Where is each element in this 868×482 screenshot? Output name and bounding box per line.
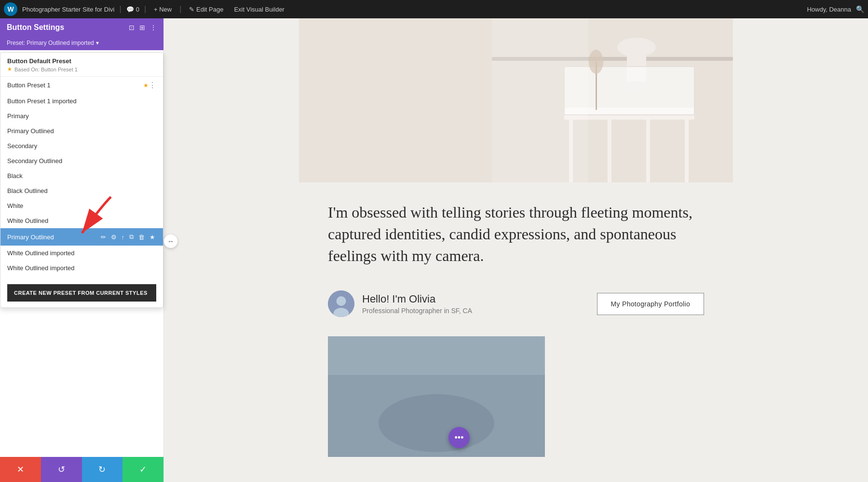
toolbar-buttons: ✕ ↺ ↻ ✓ [0, 457, 163, 482]
preset-default-section: Button Default Preset ★ Based On: Button… [0, 53, 163, 77]
delete-icon[interactable]: 🗑 [137, 233, 146, 242]
author-info: Hello! I'm Olivia Professional Photograp… [328, 290, 472, 317]
float-button[interactable]: ••• [448, 427, 470, 448]
avatar [328, 290, 354, 317]
bottom-toolbar: ✕ ↺ ↻ ✓ [0, 457, 163, 482]
list-item[interactable]: Secondary [0, 138, 163, 153]
preset-list: Button Preset 1 ★ ⋮ Button Preset 1 impo… [0, 77, 163, 279]
save-button[interactable]: ✓ [122, 457, 163, 482]
quote-text: I'm obsessed with telling stories throug… [328, 202, 704, 266]
preset-item-name: Secondary [7, 142, 156, 150]
preset-item-actions: ✏ ⚙ ↑ ⧉ 🗑 ★ [100, 232, 157, 242]
chevron-down-icon: ▾ [96, 40, 99, 46]
sep1: | [119, 5, 121, 14]
undo-button[interactable]: ↺ [41, 457, 82, 482]
grid-icon[interactable]: ⊞ [139, 24, 145, 31]
hero-image [299, 18, 733, 182]
more-icon: ••• [455, 433, 464, 443]
preset-label[interactable]: Preset: Primary Outlined imported ▾ [0, 37, 163, 50]
resize-icon: ↔ [167, 237, 174, 245]
preset-based-on: Based On: Button Preset 1 [14, 67, 78, 72]
star-icon: ★ [143, 82, 149, 89]
author-name: Hello! I'm Olivia [362, 293, 472, 305]
sep2: | [144, 5, 146, 14]
sidebar-header: Button Settings ⊡ ⊞ ⋮ [0, 18, 163, 37]
author-title: Professional Photographer in SF, CA [362, 307, 472, 315]
preset-item-name: White Outlined imported [7, 264, 156, 272]
page-content: I'm obsessed with telling stories throug… [164, 18, 868, 457]
preset-label-text: Preset: Primary Outlined imported [7, 40, 94, 46]
svg-rect-7 [608, 115, 611, 182]
duplicate-icon[interactable]: ⧉ [128, 232, 135, 242]
bottom-image [328, 336, 545, 457]
preset-item-name: White Outlined [7, 217, 156, 224]
settings-icon[interactable]: ⚙ [110, 233, 118, 242]
sidebar-title: Button Settings [7, 23, 64, 32]
preset-item-name: Primary Outlined [7, 234, 100, 241]
redo-button[interactable]: ↻ [82, 457, 123, 482]
comments-link[interactable]: 💬 0 [126, 6, 139, 13]
drag-handle[interactable]: ↔ [164, 234, 177, 248]
svg-rect-14 [492, 18, 588, 182]
create-preset-button[interactable]: CREATE NEW PRESET FROM CURRENT STYLES [7, 284, 156, 302]
sidebar: Button Settings ⊡ ⊞ ⋮ Preset: Primary Ou… [0, 18, 164, 482]
svg-rect-9 [685, 115, 689, 182]
list-item[interactable]: Black Outlined [0, 183, 163, 198]
sidebar-header-icons: ⊡ ⊞ ⋮ [129, 24, 157, 31]
preset-item-name: White [7, 202, 156, 209]
sep3: | [179, 5, 181, 14]
list-item[interactable]: Button Preset 1 ★ ⋮ [0, 77, 163, 94]
author-section: Hello! I'm Olivia Professional Photograp… [299, 281, 733, 336]
top-bar: W Photographer Starter Site for Divi | 💬… [0, 0, 868, 18]
top-bar-left: W Photographer Starter Site for Divi | 💬… [4, 2, 801, 16]
list-item[interactable]: White [0, 198, 163, 213]
list-item[interactable]: White Outlined [0, 213, 163, 228]
svg-point-20 [379, 394, 494, 452]
wp-logo: W [4, 2, 17, 16]
edit-page-button[interactable]: ✎ Edit Page [186, 4, 226, 15]
preset-item-name: Secondary Outlined [7, 157, 156, 165]
edit-icon[interactable]: ✏ [100, 233, 107, 242]
preset-item-name: Primary [7, 112, 156, 120]
preset-item-name: Button Preset 1 [7, 82, 143, 89]
list-item[interactable]: Primary Outlined imported [0, 275, 163, 279]
search-icon[interactable]: 🔍 [856, 5, 864, 13]
content-area: I'm obsessed with telling stories throug… [164, 18, 868, 482]
exit-builder-button[interactable]: Exit Visual Builder [231, 4, 287, 15]
preset-dropdown: Button Default Preset ★ Based On: Button… [0, 52, 163, 308]
main-area: Button Settings ⊡ ⊞ ⋮ Preset: Primary Ou… [0, 18, 868, 482]
list-item-active[interactable]: Primary Outlined ✏ ⚙ ↑ ⧉ 🗑 ★ [0, 228, 163, 246]
author-details: Hello! I'm Olivia Professional Photograp… [362, 293, 472, 315]
star-icon[interactable]: ★ [149, 233, 156, 242]
comment-icon: 💬 [126, 6, 134, 13]
portfolio-button[interactable]: My Photography Portfolio [597, 293, 704, 315]
comment-count: 0 [136, 6, 139, 13]
more-options-icon[interactable]: ⋮ [149, 81, 156, 90]
export-icon[interactable]: ↑ [121, 233, 126, 242]
new-button[interactable]: + New [151, 4, 175, 15]
bottom-image-section [299, 336, 733, 457]
list-item[interactable]: Primary Outlined [0, 124, 163, 138]
svg-point-13 [589, 50, 603, 74]
preset-item-name: Black [7, 172, 156, 179]
close-button[interactable]: ✕ [0, 457, 41, 482]
svg-point-16 [337, 296, 346, 306]
list-item[interactable]: White Outlined imported [0, 246, 163, 261]
preset-item-name: Button Preset 1 imported [7, 97, 156, 105]
preset-item-name: Primary Outlined [7, 127, 156, 135]
list-item[interactable]: Primary [0, 109, 163, 124]
preset-default-title: Button Default Preset [7, 57, 156, 65]
list-item[interactable]: Button Preset 1 imported [0, 94, 163, 109]
window-icon[interactable]: ⊡ [129, 24, 135, 31]
site-name: Photographer Starter Site for Divi [22, 6, 114, 13]
star-icon: ★ [7, 66, 12, 72]
svg-rect-8 [646, 115, 650, 182]
top-bar-right: Howdy, Deanna 🔍 [807, 5, 864, 13]
list-item[interactable]: White Outlined imported [0, 261, 163, 275]
list-item[interactable]: Secondary Outlined [0, 153, 163, 168]
howdy-label: Howdy, Deanna [807, 6, 851, 13]
preset-item-name: White Outlined imported [7, 249, 156, 257]
list-item[interactable]: Black [0, 168, 163, 183]
more-icon[interactable]: ⋮ [150, 24, 157, 31]
preset-item-name: Black Outlined [7, 187, 156, 194]
